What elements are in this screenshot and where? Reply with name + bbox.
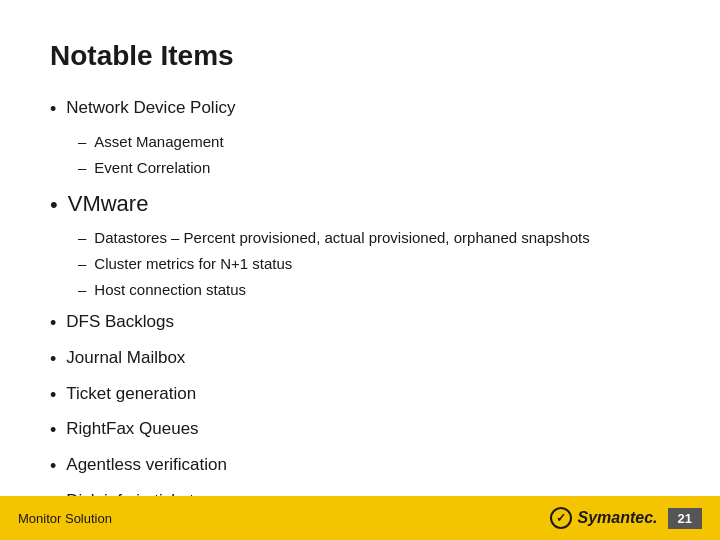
bullet-marker: • [50, 381, 56, 410]
dash-icon: – [78, 278, 86, 302]
bullet-marker: • [50, 345, 56, 374]
list-item: • VMware [50, 186, 670, 222]
page-title: Notable Items [50, 40, 670, 72]
item-label: Network Device Policy [66, 94, 235, 121]
sub-items-network: – Asset Management – Event Correlation [78, 130, 670, 180]
sub-items-vmware: – Datastores – Percent provisioned, actu… [78, 226, 670, 302]
bullet-marker: • [50, 309, 56, 338]
sub-item-label: Asset Management [94, 130, 223, 154]
item-label: RightFax Queues [66, 415, 198, 442]
symantec-check-icon: ✓ [550, 507, 572, 529]
item-label: DFS Backlogs [66, 308, 174, 335]
list-item: • Ticket generation [50, 380, 670, 410]
sub-item-label: Event Correlation [94, 156, 210, 180]
symantec-logo: ✓ Symantec. [550, 507, 657, 529]
item-label: Ticket generation [66, 380, 196, 407]
list-item: • RightFax Queues [50, 415, 670, 445]
sub-item-label: Cluster metrics for N+1 status [94, 252, 292, 276]
sub-item: – Asset Management [78, 130, 670, 154]
sub-item: – Datastores – Percent provisioned, actu… [78, 226, 670, 250]
bullet-marker: • [50, 452, 56, 481]
list-item: • Journal Mailbox [50, 344, 670, 374]
sub-item: – Event Correlation [78, 156, 670, 180]
item-label: VMware [68, 186, 149, 221]
slide-container: Notable Items • Network Device Policy – … [0, 0, 720, 540]
bullet-marker: • [50, 187, 58, 222]
list-item: • Network Device Policy [50, 94, 670, 124]
dash-icon: – [78, 226, 86, 250]
sub-item-label: Host connection status [94, 278, 246, 302]
symantec-text: Symantec. [577, 509, 657, 527]
dash-icon: – [78, 252, 86, 276]
footer-label: Monitor Solution [18, 511, 112, 526]
content-area: • Network Device Policy – Asset Manageme… [50, 94, 670, 517]
dash-icon: – [78, 156, 86, 180]
footer-right: ✓ Symantec. 21 [550, 507, 702, 529]
list-item: • Agentless verification [50, 451, 670, 481]
sub-item: – Host connection status [78, 278, 670, 302]
sub-item-label: Datastores – Percent provisioned, actual… [94, 226, 589, 250]
item-label: Agentless verification [66, 451, 227, 478]
bullet-marker: • [50, 416, 56, 445]
item-label: Journal Mailbox [66, 344, 185, 371]
page-number: 21 [668, 508, 702, 529]
bullet-marker: • [50, 95, 56, 124]
sub-item: – Cluster metrics for N+1 status [78, 252, 670, 276]
list-item: • DFS Backlogs [50, 308, 670, 338]
footer: Monitor Solution ✓ Symantec. 21 [0, 496, 720, 540]
dash-icon: – [78, 130, 86, 154]
